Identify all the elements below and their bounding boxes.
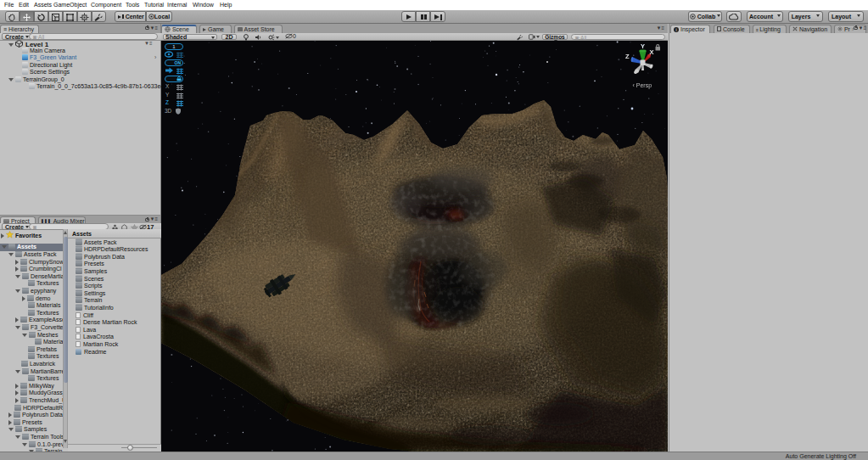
svg-text:Z: Z	[625, 53, 630, 60]
svg-text:Y: Y	[641, 42, 645, 50]
svg-text:‹ Persp: ‹ Persp	[633, 82, 652, 89]
svg-text:X: X	[650, 48, 654, 56]
